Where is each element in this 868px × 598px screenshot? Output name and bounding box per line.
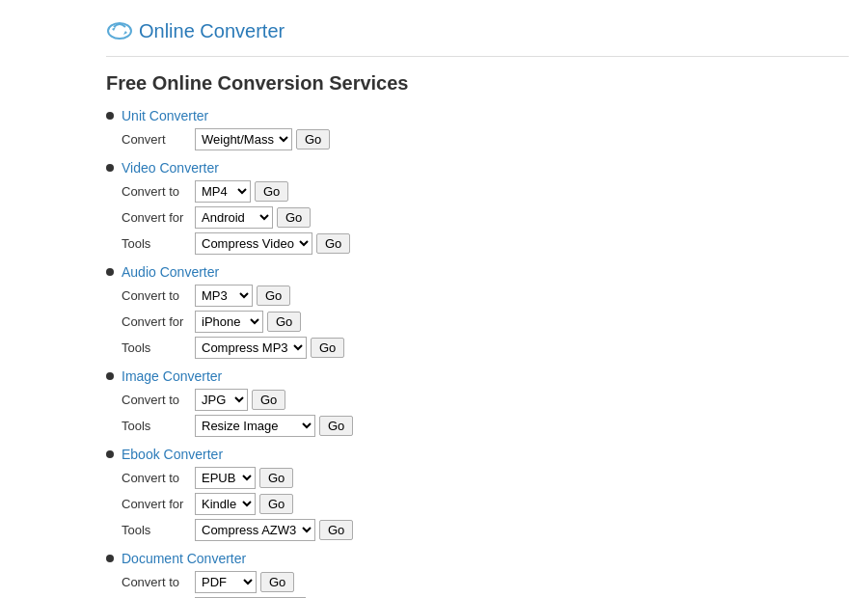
section-unit: Unit ConverterConvertWeight/MassLengthTe… <box>106 108 849 150</box>
control-row-document-0: Convert toPDFDOCXTXTHTMLRTFGo <box>106 571 849 593</box>
section-header-video: Video Converter <box>106 160 849 176</box>
select-document-0[interactable]: PDFDOCXTXTHTMLRTF <box>195 571 257 593</box>
control-label-video-1: Convert for <box>122 210 189 225</box>
control-label-ebook-1: Convert for <box>122 497 189 511</box>
section-document: Document ConverterConvert toPDFDOCXTXTHT… <box>106 551 849 598</box>
control-row-audio-2: ToolsCompress MP3Cut MP3Merge MP3Go <box>106 337 849 359</box>
control-row-ebook-1: Convert forKindleiPadNookKoboGo <box>106 493 849 515</box>
section-header-unit: Unit Converter <box>106 108 849 123</box>
control-label-ebook-2: Tools <box>122 523 189 537</box>
go-button-document-0[interactable]: Go <box>260 572 294 592</box>
go-button-ebook-2[interactable]: Go <box>319 520 353 540</box>
control-label-audio-1: Convert for <box>122 314 189 329</box>
control-label-video-2: Tools <box>122 236 189 251</box>
section-header-document: Document Converter <box>106 551 849 566</box>
go-button-image-0[interactable]: Go <box>252 390 285 410</box>
go-button-ebook-0[interactable]: Go <box>259 468 293 488</box>
go-button-video-0[interactable]: Go <box>255 181 288 202</box>
section-header-image: Image Converter <box>106 368 849 384</box>
control-label-unit-0: Convert <box>122 132 189 147</box>
section-header-audio: Audio Converter <box>106 264 849 280</box>
section-link-document[interactable]: Document Converter <box>122 551 246 566</box>
go-button-video-1[interactable]: Go <box>277 207 311 228</box>
control-row-video-0: Convert toMP4AVIMOVMKVWMVGo <box>106 180 849 203</box>
go-button-ebook-1[interactable]: Go <box>259 494 293 514</box>
section-link-audio[interactable]: Audio Converter <box>122 264 219 280</box>
control-label-image-0: Convert to <box>122 393 189 407</box>
site-logo-text: Online Converter <box>139 20 285 42</box>
control-row-image-0: Convert toJPGPNGGIFBMPTIFFGo <box>106 389 849 411</box>
go-button-audio-2[interactable]: Go <box>311 338 344 358</box>
select-ebook-2[interactable]: Compress AZW3Compress EPUBCompress MOBI <box>195 519 315 541</box>
select-audio-0[interactable]: MP3WAVAACFLACOGG <box>195 285 253 307</box>
section-video: Video ConverterConvert toMP4AVIMOVMKVWMV… <box>106 160 849 255</box>
select-image-0[interactable]: JPGPNGGIFBMPTIFF <box>195 389 248 411</box>
section-ebook: Ebook ConverterConvert toEPUBMOBIPDFAZW3… <box>106 447 849 541</box>
bullet-icon <box>106 372 114 380</box>
control-label-video-0: Convert to <box>122 184 189 199</box>
section-link-ebook[interactable]: Ebook Converter <box>122 447 223 462</box>
select-unit-0[interactable]: Weight/MassLengthTemperatureSpeed <box>195 128 292 150</box>
section-audio: Audio ConverterConvert toMP3WAVAACFLACOG… <box>106 264 849 359</box>
page-title: Free Online Conversion Services <box>106 72 849 95</box>
control-row-video-1: Convert forAndroidiPhoneiPadSamsungGo <box>106 206 849 229</box>
control-label-image-1: Tools <box>122 419 189 433</box>
bullet-icon <box>106 268 114 276</box>
control-label-audio-2: Tools <box>122 340 189 355</box>
select-video-1[interactable]: AndroidiPhoneiPadSamsung <box>195 206 273 229</box>
bullet-icon <box>106 450 114 458</box>
sections-container: Unit ConverterConvertWeight/MassLengthTe… <box>106 108 849 598</box>
select-ebook-0[interactable]: EPUBMOBIPDFAZW3 <box>195 467 256 489</box>
control-row-video-2: ToolsCompress VideoCut VideoMerge VideoG… <box>106 232 849 255</box>
go-button-image-1[interactable]: Go <box>319 416 353 436</box>
control-row-ebook-0: Convert toEPUBMOBIPDFAZW3Go <box>106 467 849 489</box>
go-button-unit-0[interactable]: Go <box>296 129 330 150</box>
control-row-image-1: ToolsResize ImageCompress ImageCrop Imag… <box>106 415 849 437</box>
section-link-video[interactable]: Video Converter <box>122 160 219 176</box>
select-video-2[interactable]: Compress VideoCut VideoMerge Video <box>195 232 312 255</box>
go-button-audio-0[interactable]: Go <box>257 285 290 306</box>
control-row-ebook-2: ToolsCompress AZW3Compress EPUBCompress … <box>106 519 849 541</box>
section-header-ebook: Ebook Converter <box>106 447 849 462</box>
control-label-audio-0: Convert to <box>122 288 189 303</box>
section-image: Image ConverterConvert toJPGPNGGIFBMPTIF… <box>106 368 849 437</box>
control-row-audio-1: Convert foriPhoneAndroidiPadKindleGo <box>106 311 849 333</box>
control-label-document-0: Convert to <box>122 575 189 589</box>
bullet-icon <box>106 555 114 562</box>
select-image-1[interactable]: Resize ImageCompress ImageCrop Image <box>195 415 315 437</box>
bullet-icon <box>106 164 114 172</box>
go-button-video-2[interactable]: Go <box>316 233 350 254</box>
svg-point-0 <box>108 23 131 39</box>
select-audio-2[interactable]: Compress MP3Cut MP3Merge MP3 <box>195 337 307 359</box>
select-audio-1[interactable]: iPhoneAndroidiPadKindle <box>195 311 263 333</box>
bullet-icon <box>106 112 114 120</box>
select-ebook-1[interactable]: KindleiPadNookKobo <box>195 493 256 515</box>
section-link-unit[interactable]: Unit Converter <box>122 108 208 123</box>
control-row-unit-0: ConvertWeight/MassLengthTemperatureSpeed… <box>106 128 849 150</box>
control-label-ebook-0: Convert to <box>122 471 189 485</box>
section-link-image[interactable]: Image Converter <box>122 368 222 384</box>
control-row-audio-0: Convert toMP3WAVAACFLACOGGGo <box>106 285 849 307</box>
select-video-0[interactable]: MP4AVIMOVMKVWMV <box>195 180 251 203</box>
logo-icon <box>106 17 133 44</box>
go-button-audio-1[interactable]: Go <box>267 312 301 332</box>
